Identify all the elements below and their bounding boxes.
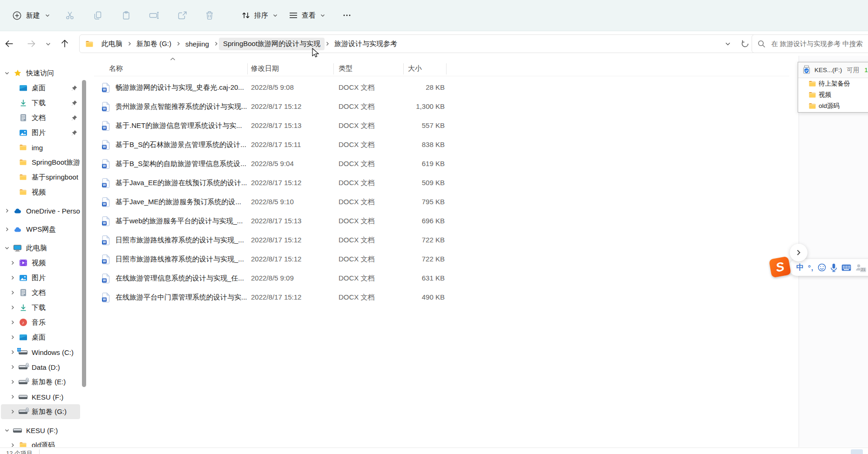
ime-mode-button[interactable]: 中 [796, 263, 804, 273]
breadcrumb-chevron-icon[interactable] [176, 41, 181, 46]
chevron-right-icon[interactable] [9, 320, 16, 325]
file-row[interactable]: W畅游旅游网的设计与实现_史春光.caj-20...2022/8/5 9:08D… [88, 78, 799, 97]
search-box[interactable] [752, 34, 868, 53]
search-input[interactable] [770, 40, 868, 48]
soft-keyboard-button[interactable] [841, 264, 851, 271]
file-row[interactable]: W基于Jave_ME的旅游服务预订系统的设...2022/8/5 9:10DOC… [88, 193, 799, 212]
breadcrumb-chevron-icon[interactable] [325, 41, 330, 46]
sidebar-item-KESU (F:)[interactable]: KESU (F:) [1, 389, 80, 404]
sidebar-item-WPS网盘[interactable]: WPS网盘 [1, 222, 80, 237]
more-button[interactable] [337, 7, 357, 24]
sidebar-item-新加卷 (G:)[interactable]: 新加卷 (G:) [1, 404, 80, 419]
sidebar-item-音乐[interactable]: ♪音乐 [1, 315, 80, 330]
delete-button[interactable] [200, 7, 219, 24]
sidebar-item-新加卷 (E:)[interactable]: 新加卷 (E:) [1, 374, 80, 389]
refresh-button[interactable] [741, 40, 749, 48]
copy-button[interactable] [88, 7, 108, 24]
address-bar[interactable]: 此电脑新加卷 (G:)shejiingSpringBoot旅游网的设计与实现旅游… [79, 34, 758, 53]
sidebar-item-视频[interactable]: 视频 [1, 185, 80, 200]
chevron-right-icon[interactable] [9, 290, 16, 295]
sidebar-item-文档[interactable]: 文档 [1, 110, 80, 125]
forward-button[interactable] [23, 35, 40, 52]
ime-punctuation-button[interactable]: °, [808, 264, 814, 272]
sidebar-item-视频[interactable]: 视频 [1, 255, 80, 270]
chevron-right-icon[interactable] [4, 208, 10, 213]
emoji-button[interactable] [818, 263, 826, 272]
sidebar-item-Windows (C:)[interactable]: Windows (C:) [1, 345, 80, 360]
usb-panel-item-视频[interactable]: 视频 [798, 89, 868, 100]
file-row[interactable]: W在线旅游管理信息系统的设计与实现_任...2022/8/5 9:09DOCX … [88, 269, 799, 288]
rename-button[interactable] [144, 7, 164, 24]
new-button[interactable]: 新建 [7, 7, 54, 24]
chevron-right-icon[interactable] [9, 350, 16, 354]
file-row[interactable]: W基于B_S的石林旅游景点管理系统的设计...2022/8/17 15:11DO… [88, 135, 799, 154]
sidebar-item-img[interactable]: img [1, 140, 80, 155]
sidebar-item-KESU (F:)[interactable]: KESU (F:) [1, 423, 80, 438]
file-row[interactable]: W日照市旅游路线推荐系统的设计与实现_...2022/8/17 15:12DOC… [88, 231, 799, 250]
sort-button[interactable]: 排序 [237, 7, 282, 24]
column-divider[interactable] [333, 63, 334, 74]
column-header-type[interactable]: 类型 [339, 61, 353, 75]
sidebar-item-快速访问[interactable]: 快速访问 [1, 66, 80, 80]
share-button[interactable] [172, 7, 192, 24]
sogou-logo[interactable]: S [769, 256, 791, 278]
usb-panel-item-待上架备份[interactable]: 待上架备份 [798, 78, 868, 89]
ime-account-button[interactable]: 21 [855, 264, 863, 271]
file-row[interactable]: W在线旅游平台中门票管理系统的设计与实...2022/8/17 15:12DOC… [88, 288, 799, 307]
sidebar-scrollbar[interactable] [82, 80, 86, 387]
column-divider[interactable] [403, 63, 404, 74]
chevron-down-icon[interactable] [4, 428, 10, 433]
sidebar-item-下载[interactable]: 下载 [1, 300, 80, 315]
column-header-size[interactable]: 大小 [408, 61, 422, 75]
usb-panel-item-old源码[interactable]: old源码 [798, 100, 868, 112]
chevron-right-icon[interactable] [9, 409, 16, 414]
chevron-right-icon[interactable] [9, 335, 16, 340]
sidebar-item-文档[interactable]: 文档 [1, 285, 80, 300]
usb-drive-header[interactable]: KES...(F:) 可用 126GB [798, 62, 868, 78]
sidebar-item-OneDrive - Perso[interactable]: OneDrive - Perso [1, 203, 80, 218]
sidebar-item-下载[interactable]: 下载 [1, 95, 80, 110]
sidebar-item-桌面[interactable]: 桌面 [1, 80, 80, 95]
details-pane-expand-button[interactable] [790, 244, 807, 261]
sidebar-item-图片[interactable]: 图片 [1, 125, 80, 140]
file-row[interactable]: W贵州旅游景点智能推荐系统的设计与实现...2022/8/17 15:12DOC… [88, 97, 799, 116]
breadcrumb-chevron-icon[interactable] [127, 41, 132, 46]
breadcrumb-item[interactable]: 新加卷 (G:) [132, 38, 176, 50]
chevron-right-icon[interactable] [9, 394, 16, 399]
sidebar-item-old源码[interactable]: old源码 [1, 438, 80, 447]
file-row[interactable]: W基于.NET的旅游信息管理系统设计与实...2022/8/17 15:13DO… [88, 116, 799, 135]
chevron-down-icon[interactable] [4, 71, 10, 75]
sidebar-item-图片[interactable]: 图片 [1, 270, 80, 285]
file-row[interactable]: W基于B_S架构的自助旅游管理信息系统设...2022/8/5 9:04DOCX… [88, 154, 799, 174]
up-button[interactable] [56, 35, 73, 52]
recent-locations-button[interactable] [42, 35, 54, 52]
breadcrumb-item[interactable]: 此电脑 [97, 38, 127, 50]
sidebar-item-Data (D:)[interactable]: Data (D:) [1, 360, 80, 374]
chevron-right-icon[interactable] [9, 260, 16, 265]
file-row[interactable]: W基于web的旅游服务平台的设计与实现_...2022/8/17 15:13DO… [88, 212, 799, 231]
chevron-right-icon[interactable] [9, 443, 16, 447]
breadcrumb-chevron-icon[interactable] [214, 41, 218, 46]
column-divider[interactable] [446, 63, 447, 74]
chevron-right-icon[interactable] [9, 305, 16, 310]
microphone-button[interactable] [830, 263, 837, 272]
breadcrumb-item[interactable]: 旅游设计与实现参考 [330, 38, 401, 50]
file-row[interactable]: W日照市旅游路线推荐系统的设计与实现_...2022/8/17 15:12DOC… [88, 250, 799, 269]
column-header-name[interactable]: 名称 [109, 61, 123, 75]
chevron-right-icon[interactable] [9, 365, 16, 369]
sidebar-item-此电脑[interactable]: 此电脑 [1, 240, 80, 255]
sidebar-item-桌面[interactable]: 桌面 [1, 330, 80, 345]
view-button[interactable]: 查看 [284, 7, 330, 24]
sidebar-item-SpringBoot旅游[interactable]: SpringBoot旅游 [1, 155, 80, 170]
sidebar-item-基于springboot[interactable]: 基于springboot [1, 170, 80, 185]
chevron-right-icon[interactable] [9, 380, 16, 384]
breadcrumb-item[interactable]: shejiing [181, 38, 213, 50]
chevron-right-icon[interactable] [4, 227, 10, 232]
back-button[interactable] [1, 35, 18, 52]
cut-button[interactable] [60, 7, 80, 24]
chevron-down-icon[interactable] [4, 246, 10, 250]
chevron-right-icon[interactable] [9, 275, 16, 280]
paste-button[interactable] [116, 7, 136, 24]
address-dropdown-button[interactable] [725, 41, 731, 47]
file-row[interactable]: W基于Java_EE的旅游在线预订系统的设计...2022/8/17 15:12… [88, 174, 799, 193]
